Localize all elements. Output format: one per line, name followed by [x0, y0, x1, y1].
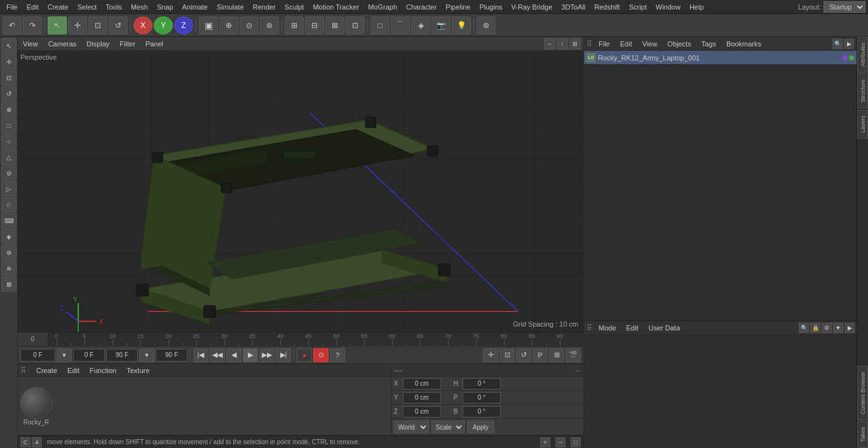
coord-scale-dropdown[interactable]: Scale Size	[431, 421, 465, 433]
sidebar-icon-15[interactable]: ≋	[1, 261, 17, 276]
coord-world-dropdown[interactable]: World Object	[394, 421, 429, 433]
status-maximize[interactable]: □	[571, 437, 581, 447]
coord-h-rot[interactable]	[463, 378, 501, 390]
viewport-display-menu[interactable]: Display	[84, 39, 112, 49]
tool-btn-extra[interactable]: ⊛	[477, 17, 496, 34]
mat-texture[interactable]: Texture	[124, 366, 152, 375]
attr-userdata[interactable]: User Data	[645, 323, 684, 333]
attr-search-icon[interactable]: 🔍	[799, 323, 809, 333]
tab-layers[interactable]: Layers	[857, 110, 868, 139]
object-mode-btn[interactable]: ▣	[199, 17, 218, 34]
menu-pipeline[interactable]: Pipeline	[442, 2, 474, 12]
menu-vray[interactable]: V-Ray Bridge	[508, 2, 557, 12]
menu-render[interactable]: Render	[249, 2, 280, 12]
coord-z-pos[interactable]	[403, 406, 441, 417]
go-to-start[interactable]: |◀	[193, 348, 208, 362]
viewport-filter-menu[interactable]: Filter	[117, 39, 137, 49]
obj-dot-1[interactable]	[843, 55, 848, 60]
timeline-ruler[interactable]: 051015202530354045505560657075808590	[48, 332, 583, 346]
render-view-btn[interactable]: ⊟	[305, 17, 324, 34]
go-to-end[interactable]: ▶|	[276, 348, 291, 362]
rotate-button[interactable]: ↺	[109, 17, 128, 34]
mat-edit[interactable]: Edit	[65, 366, 82, 375]
sidebar-icon-16[interactable]: ⊠	[1, 276, 17, 292]
tool-btn-2[interactable]: ⊕	[219, 17, 238, 34]
sidebar-icon-10[interactable]: ▷	[1, 181, 17, 196]
viewport-3d[interactable]: Perspective Grid Spacing : 10 cm	[18, 51, 583, 332]
shape-btn-bend[interactable]: ⌒	[391, 17, 410, 34]
transport-icon-2[interactable]: ⊡	[499, 348, 515, 362]
tab-takes[interactable]: Takes	[857, 421, 868, 448]
menu-snap[interactable]: Snap	[153, 2, 177, 12]
menu-redshift[interactable]: Redshift	[590, 2, 623, 12]
select-mode-button[interactable]: ↖	[48, 17, 67, 34]
transport-icon-5[interactable]: ⊞	[549, 348, 564, 362]
menu-motion-tracker[interactable]: Motion Tracker	[309, 2, 363, 12]
undo-button[interactable]: ↶	[3, 17, 22, 34]
tab-attributes[interactable]: Attributes	[857, 37, 868, 72]
sidebar-select-icon[interactable]: ↖	[1, 38, 17, 53]
menu-script[interactable]: Script	[625, 2, 651, 12]
sidebar-icon-5[interactable]: ⊕	[1, 102, 17, 117]
end-frame-input[interactable]	[156, 349, 187, 362]
menu-file[interactable]: File	[3, 2, 22, 12]
attr-mode[interactable]: Mode	[595, 323, 620, 333]
transport-icon-4[interactable]: P	[532, 348, 548, 362]
render-config-btn[interactable]: ⊡	[346, 17, 365, 34]
step-back[interactable]: ◀◀	[210, 348, 225, 362]
tool-btn-4[interactable]: ⊚	[260, 17, 279, 34]
sidebar-icon-8[interactable]: △	[1, 149, 17, 165]
om-tags[interactable]: Tags	[698, 39, 720, 49]
attr-edit[interactable]: Edit	[623, 323, 642, 333]
menu-create[interactable]: Create	[44, 2, 72, 12]
play-forward[interactable]: ▶	[243, 348, 258, 362]
sidebar-icon-14[interactable]: ⊛	[1, 245, 17, 260]
coord-apply-button[interactable]: Apply	[467, 421, 494, 433]
coord-y-pos[interactable]	[403, 392, 441, 404]
shape-btn-light[interactable]: 💡	[452, 17, 471, 34]
menu-simulate[interactable]: Simulate	[213, 2, 248, 12]
om-edit[interactable]: Edit	[616, 39, 636, 49]
shape-btn-cube[interactable]: □	[370, 17, 390, 34]
current-frame-input[interactable]	[20, 349, 55, 362]
coord-x-pos[interactable]	[403, 378, 441, 390]
transport-film-icon[interactable]: 🎬	[566, 348, 581, 362]
tab-structure[interactable]: Structure	[857, 74, 868, 109]
om-bookmarks[interactable]: Bookmarks	[722, 39, 765, 49]
z-axis-button[interactable]: Z	[174, 17, 193, 34]
frame-up[interactable]: ▼	[139, 348, 154, 362]
viewport-icon-1[interactable]: ↔	[544, 38, 555, 50]
sidebar-icon-12[interactable]: ⌨	[1, 213, 17, 228]
mat-function[interactable]: Function	[87, 366, 119, 375]
sidebar-rotate-icon[interactable]: ↺	[1, 86, 17, 101]
loop-btn[interactable]: ⊙	[313, 348, 329, 362]
material-item[interactable]: Rocky_R	[20, 387, 52, 426]
om-file[interactable]: File	[595, 39, 614, 49]
mat-create[interactable]: Create	[34, 366, 60, 375]
coord-p-rot[interactable]	[463, 392, 501, 404]
om-expand-icon[interactable]: ▶	[844, 39, 854, 49]
play-back[interactable]: ◀	[226, 348, 241, 362]
material-ball[interactable]	[20, 387, 52, 419]
min-frame-input[interactable]	[73, 349, 105, 362]
tab-content-browser[interactable]: Content Browser	[857, 366, 868, 420]
render-to-po-btn[interactable]: ⊠	[325, 17, 344, 34]
om-objects[interactable]: Objects	[663, 39, 695, 49]
attr-settings-icon[interactable]: ⚙	[822, 323, 832, 333]
om-view[interactable]: View	[639, 39, 661, 49]
sidebar-icon-9[interactable]: ⊘	[1, 165, 17, 180]
redo-button[interactable]: ↷	[23, 17, 42, 34]
menu-mograph[interactable]: MoGraph	[364, 2, 401, 12]
sidebar-icon-7[interactable]: ○	[1, 133, 17, 149]
status-icon-2[interactable]: 4	[32, 437, 42, 447]
status-minimize[interactable]: ─	[555, 437, 566, 447]
layout-select[interactable]: Startup	[824, 1, 865, 13]
attr-lock-icon[interactable]: 🔒	[810, 323, 820, 333]
render-region-btn[interactable]: ⊞	[285, 17, 304, 34]
shape-btn-cam[interactable]: 📷	[431, 17, 451, 34]
transport-icon-1[interactable]: ✛	[483, 348, 498, 362]
sidebar-icon-6[interactable]: □	[1, 118, 17, 133]
menu-select[interactable]: Select	[74, 2, 101, 12]
viewport-view-menu[interactable]: View	[20, 39, 41, 49]
max-frame-input[interactable]	[106, 349, 138, 362]
